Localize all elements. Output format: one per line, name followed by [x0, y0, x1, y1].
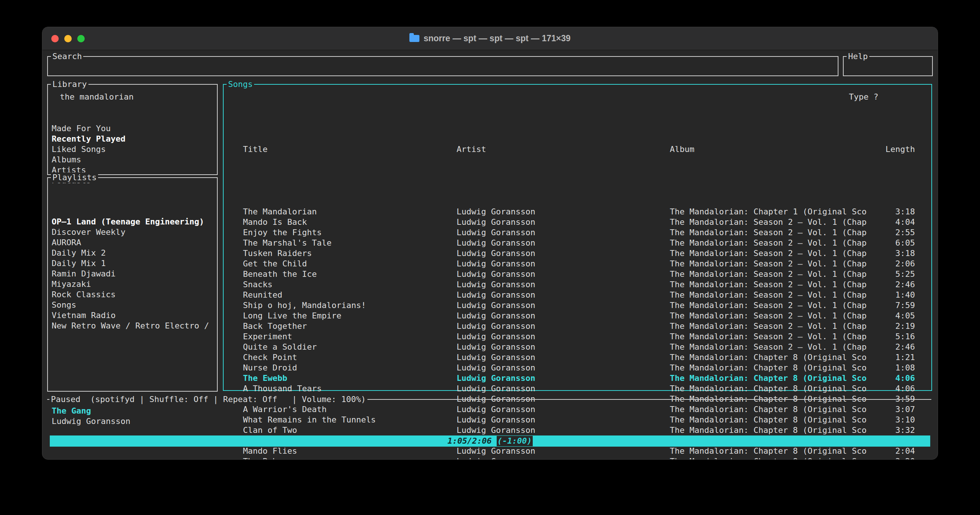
songs-header-title: Title — [243, 144, 457, 155]
playlists-list: OP–1 Land (Teenage Engineering)Discover … — [48, 209, 217, 331]
song-length-cell: 5:16 — [870, 332, 915, 342]
song-length-cell: 4:05 — [870, 311, 915, 321]
song-row[interactable]: Tusken Raiders Ludwig Goransson The Mand… — [224, 248, 931, 258]
song-album-cell: The Mandalorian: Season 2 – Vol. 1 (Chap — [670, 342, 870, 352]
song-title-cell: Snacks — [243, 279, 457, 290]
song-row[interactable]: Ship o hoj, Mandalorians! Ludwig Goranss… — [224, 300, 931, 311]
library-item[interactable]: Recently Played — [52, 134, 217, 144]
song-album-cell: The Mandalorian: Season 2 – Vol. 1 (Chap — [670, 290, 870, 300]
song-album-cell: The Mandalorian: Season 2 – Vol. 1 (Chap — [670, 300, 870, 311]
playlist-item[interactable]: New Retro Wave / Retro Electro / — [52, 320, 217, 331]
song-album-cell: The Mandalorian: Season 2 – Vol. 1 (Chap — [670, 269, 870, 279]
playlist-item[interactable]: Discover Weekly — [52, 227, 217, 238]
song-title-cell: The Mandalorian — [243, 207, 457, 217]
traffic-lights — [51, 35, 85, 42]
song-length-cell: 2:19 — [870, 321, 915, 332]
terminal-window: snorre — spt — spt — spt — 171×39 Search… — [42, 27, 938, 460]
playlist-item[interactable]: Ramin Djawadi — [52, 269, 217, 279]
song-artist-cell: Ludwig Goransson — [457, 238, 670, 248]
library-item[interactable]: Liked Songs — [52, 144, 217, 155]
playlist-item[interactable]: OP–1 Land (Teenage Engineering) — [52, 217, 217, 227]
song-row[interactable]: Nurse Droid Ludwig Goransson The Mandalo… — [224, 363, 931, 373]
song-artist-cell: Ludwig Goransson — [457, 279, 670, 290]
song-album-cell: The Mandalorian: Season 2 – Vol. 1 (Chap — [670, 321, 870, 332]
song-length-cell: 2:06 — [870, 258, 915, 269]
now-playing-artist: Ludwig Goransson — [52, 416, 130, 427]
song-row[interactable]: The Mandalorian Ludwig Goransson The Man… — [224, 207, 931, 217]
song-artist-cell: Ludwig Goransson — [457, 342, 670, 352]
songs-header-artist: Artist — [457, 144, 670, 155]
search-panel: Search the mandalorian — [47, 56, 838, 76]
song-artist-cell: Ludwig Goransson — [457, 332, 670, 342]
song-title-cell: Experiment — [243, 332, 457, 342]
song-length-cell: 6:05 — [870, 238, 915, 248]
playlist-item[interactable]: Daily Mix 1 — [52, 258, 217, 269]
song-title-cell: Long Live the Empire — [243, 311, 457, 321]
song-artist-cell: Ludwig Goransson — [457, 258, 670, 269]
library-item[interactable]: Albums — [52, 155, 217, 165]
song-title-cell: Tusken Raiders — [243, 248, 457, 258]
playlist-item[interactable]: Miyazaki — [52, 279, 217, 289]
song-row[interactable]: Experiment Ludwig Goransson The Mandalor… — [224, 332, 931, 342]
song-title-cell: Quite a Soldier — [243, 342, 457, 352]
progress-elapsed-text: 1:05/2:06 — [447, 436, 496, 446]
close-button[interactable] — [51, 35, 59, 42]
playlist-item[interactable]: Rock Classics — [52, 289, 217, 300]
song-row[interactable]: Back Together Ludwig Goransson The Manda… — [224, 321, 931, 332]
playlist-item[interactable]: Daily Mix 2 — [52, 248, 217, 258]
song-title-cell: Nurse Droid — [243, 363, 457, 373]
song-title-cell: Ship o hoj, Mandalorians! — [243, 300, 457, 311]
library-item[interactable]: Made For You — [52, 123, 217, 134]
song-row[interactable]: Reunited Ludwig Goransson The Mandaloria… — [224, 290, 931, 300]
song-album-cell: The Mandalorian: Chapter 8 (Original Sco — [670, 352, 870, 363]
library-panel-label: Library — [51, 79, 88, 89]
song-row[interactable]: The Ewebb Ludwig Goransson The Mandalori… — [224, 373, 931, 383]
song-length-cell: 3:20 — [870, 456, 915, 460]
song-row[interactable]: Beneath the Ice Ludwig Goransson The Man… — [224, 269, 931, 279]
progress-bar[interactable]: 1:05/2:06 (-1:00) — [50, 435, 930, 446]
song-title-cell: Reunited — [243, 290, 457, 300]
song-artist-cell: Ludwig Goransson — [457, 352, 670, 363]
help-panel: Help Type ? — [843, 56, 933, 76]
song-artist-cell: Ludwig Goransson — [457, 227, 670, 238]
progress-remaining-text: (-1:00) — [497, 436, 533, 446]
song-row[interactable]: Snacks Ludwig Goransson The Mandalorian:… — [224, 279, 931, 290]
song-length-cell: 4:04 — [870, 217, 915, 227]
minimize-button[interactable] — [64, 35, 72, 42]
song-row[interactable]: Quite a Soldier Ludwig Goransson The Man… — [224, 342, 931, 352]
song-artist-cell: Ludwig Goransson — [457, 363, 670, 373]
song-row[interactable]: The Baby Ludwig Goransson The Mandaloria… — [224, 456, 931, 460]
songs-header-row: Title Artist Album Length — [224, 144, 931, 155]
song-row[interactable]: The Marshal's Tale Ludwig Goransson The … — [224, 238, 931, 248]
song-row[interactable]: Mando Is Back Ludwig Goransson The Manda… — [224, 217, 931, 227]
playbar-status: Paused (spotifyd | Shuffle: Off | Repeat… — [49, 394, 368, 405]
song-artist-cell: Ludwig Goransson — [457, 321, 670, 332]
song-length-cell: 4:06 — [870, 383, 915, 394]
song-row[interactable]: A Thousand Tears Ludwig Goransson The Ma… — [224, 383, 931, 394]
song-title-cell: Check Point — [243, 352, 457, 363]
song-album-cell: The Mandalorian: Season 2 – Vol. 1 (Chap — [670, 238, 870, 248]
playlist-item[interactable]: AURORA — [52, 238, 217, 248]
song-artist-cell: Ludwig Goransson — [457, 290, 670, 300]
playlist-item[interactable]: Vietnam Radio — [52, 310, 217, 320]
song-length-cell: 5:25 — [870, 269, 915, 279]
song-length-cell: 7:59 — [870, 300, 915, 311]
titlebar: snorre — spt — spt — spt — 171×39 — [42, 27, 938, 50]
song-row[interactable]: Check Point Ludwig Goransson The Mandalo… — [224, 352, 931, 363]
songs-panel-label: Songs — [227, 79, 254, 89]
song-row[interactable]: Get the Child Ludwig Goransson The Manda… — [224, 258, 931, 269]
song-artist-cell: Ludwig Goransson — [457, 217, 670, 227]
playlist-item[interactable]: Songs — [52, 300, 217, 310]
now-playing-title: The Gang — [52, 406, 91, 416]
song-length-cell: 1:08 — [870, 363, 915, 373]
song-length-cell: 3:18 — [870, 207, 915, 217]
song-title-cell: Enjoy the Fights — [243, 227, 457, 238]
song-album-cell: The Mandalorian: Season 2 – Vol. 1 (Chap — [670, 248, 870, 258]
zoom-button[interactable] — [77, 35, 85, 42]
song-row[interactable]: Enjoy the Fights Ludwig Goransson The Ma… — [224, 227, 931, 238]
song-album-cell: The Mandalorian: Season 2 – Vol. 1 (Chap — [670, 332, 870, 342]
song-row[interactable]: Long Live the Empire Ludwig Goransson Th… — [224, 311, 931, 321]
song-artist-cell: Ludwig Goransson — [457, 456, 670, 460]
song-title-cell: The Ewebb — [243, 373, 457, 383]
help-panel-label: Help — [846, 51, 869, 62]
